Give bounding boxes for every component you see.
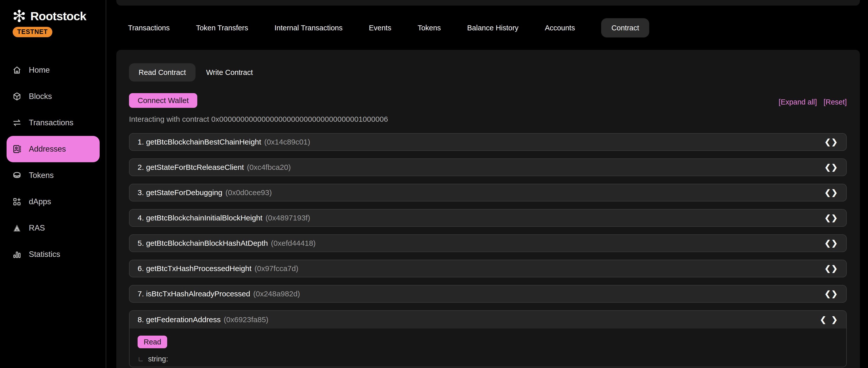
function-name: 5. getBtcBlockchainBlockHashAtDepth [137, 239, 268, 248]
sidebar-item-label: Transactions [29, 118, 73, 127]
sidebar-item-tokens[interactable]: Tokens [0, 162, 106, 189]
tab-accounts[interactable]: Accounts [545, 24, 575, 32]
sidebar-item-statistics[interactable]: Statistics [0, 241, 106, 267]
content-area: TransactionsToken TransfersInternal Tran… [107, 0, 868, 368]
function-selector: (0x4897193f) [266, 214, 310, 222]
sidebar-item-ras[interactable]: RAS [0, 215, 106, 241]
contract-view-tabs: Read ContractWrite Contract [129, 63, 847, 82]
sidebar-item-label: Addresses [29, 144, 66, 153]
function-selector: (0x14c89c01) [264, 138, 310, 146]
function-row-header[interactable]: 3. getStateForDebugging(0x0d0cee93)❮❯ [129, 184, 847, 201]
sidebar-item-label: Blocks [29, 92, 52, 101]
function-row-expanded: 8. getFederationAddress(0x6923fa85)❮❯Rea… [129, 310, 847, 367]
ras-icon [12, 223, 22, 233]
tab-tokens[interactable]: Tokens [417, 24, 441, 32]
code-brackets-icon[interactable]: ❮❯ [820, 316, 838, 323]
code-brackets-icon[interactable]: ❮❯ [825, 290, 838, 298]
output-line: ∟string: [137, 355, 838, 363]
transactions-icon [12, 118, 22, 128]
tab-read-contract[interactable]: Read Contract [129, 63, 195, 82]
tab-events[interactable]: Events [369, 24, 391, 32]
sidebar-item-label: dApps [29, 197, 51, 206]
code-brackets-icon[interactable]: ❮❯ [825, 239, 838, 247]
brand-block[interactable]: Rootstock TESTNET [0, 0, 106, 37]
sidebar-item-dapps[interactable]: dApps [0, 189, 106, 215]
rootstock-logo-icon [12, 9, 26, 23]
contract-panel: Read ContractWrite Contract Connect Wall… [116, 50, 860, 368]
function-row-header[interactable]: 7. isBtcTxHashAlreadyProcessed(0x248a982… [129, 285, 847, 303]
output-type-label: string: [148, 355, 168, 363]
testnet-badge: TESTNET [13, 27, 52, 37]
sidebar-item-home[interactable]: Home [0, 57, 106, 83]
code-brackets-icon[interactable]: ❮❯ [825, 164, 838, 171]
code-brackets-icon[interactable]: ❮❯ [825, 214, 838, 222]
tab-internal-transactions[interactable]: Internal Transactions [274, 24, 342, 32]
brand-name: Rootstock [30, 9, 86, 23]
tab-write-contract[interactable]: Write Contract [206, 68, 253, 77]
sidebar-item-label: Statistics [29, 250, 60, 259]
reset-link[interactable]: [Reset] [824, 98, 847, 106]
function-name: 4. getBtcBlockchainInitialBlockHeight [137, 214, 262, 222]
sidebar-item-blocks[interactable]: Blocks [0, 83, 106, 110]
panel-links: [Expand all] [Reset] [779, 98, 847, 108]
function-list: 1. getBtcBlockchainBestChainHeight(0x14c… [129, 133, 847, 367]
function-row-header[interactable]: 6. getBtcTxHashProcessedHeight(0x97fcca7… [129, 260, 847, 277]
interacting-with-contract-text: Interacting with contract 0x000000000000… [129, 115, 847, 123]
tab-balance-history[interactable]: Balance History [467, 24, 519, 32]
function-name: 3. getStateForDebugging [137, 188, 222, 197]
code-brackets-icon[interactable]: ❮❯ [825, 265, 838, 272]
tab-token-transfers[interactable]: Token Transfers [196, 24, 248, 32]
blocks-icon [12, 92, 22, 101]
expand-all-link[interactable]: [Expand all] [779, 98, 817, 106]
header-remnant [116, 0, 860, 6]
sidebar-item-addresses[interactable]: Addresses [7, 136, 100, 162]
function-body: Read∟string: [129, 329, 846, 367]
sidebar-menu: HomeBlocksTransactionsAddressesTokensdAp… [0, 57, 106, 267]
function-row-header[interactable]: 8. getFederationAddress(0x6923fa85)❮❯ [129, 311, 846, 329]
code-brackets-icon[interactable]: ❮❯ [825, 189, 838, 196]
actions-row: Connect Wallet [Expand all] [Reset] [129, 93, 847, 108]
tab-contract[interactable]: Contract [601, 18, 649, 37]
tab-transactions[interactable]: Transactions [128, 24, 170, 32]
address-tab-bar: TransactionsToken TransfersInternal Tran… [128, 18, 649, 37]
addresses-icon [12, 144, 22, 154]
sidebar-item-label: Home [29, 65, 50, 75]
function-row-header[interactable]: 5. getBtcBlockchainBlockHashAtDepth(0xef… [129, 234, 847, 252]
function-selector: (0xefd44418) [271, 239, 316, 248]
code-brackets-icon[interactable]: ❮❯ [825, 138, 838, 146]
sidebar: Rootstock TESTNET HomeBlocksTransactions… [0, 0, 106, 368]
tokens-icon [12, 171, 22, 180]
sidebar-item-label: RAS [29, 224, 45, 233]
sidebar-item-transactions[interactable]: Transactions [0, 110, 106, 136]
statistics-icon [12, 250, 22, 259]
connect-wallet-button[interactable]: Connect Wallet [129, 93, 197, 108]
function-name: 6. getBtcTxHashProcessedHeight [137, 264, 251, 273]
output-corner-glyph: ∟ [137, 355, 144, 363]
dapps-icon [12, 197, 22, 206]
function-name: 1. getBtcBlockchainBestChainHeight [137, 138, 261, 146]
function-name: 2. getStateForBtcReleaseClient [137, 163, 244, 172]
home-icon [12, 65, 22, 75]
function-selector: (0x6923fa85) [224, 315, 269, 324]
function-selector: (0xc4fbca20) [247, 163, 290, 172]
function-selector: (0x0d0cee93) [225, 188, 272, 197]
function-name: 7. isBtcTxHashAlreadyProcessed [137, 289, 250, 298]
app-root: Rootstock TESTNET HomeBlocksTransactions… [0, 0, 868, 368]
function-name: 8. getFederationAddress [137, 315, 221, 324]
function-selector: (0x248a982d) [253, 289, 300, 298]
function-row-header[interactable]: 1. getBtcBlockchainBestChainHeight(0x14c… [129, 133, 847, 151]
function-row-header[interactable]: 2. getStateForBtcReleaseClient(0xc4fbca2… [129, 159, 847, 176]
sidebar-item-label: Tokens [29, 171, 54, 180]
read-button[interactable]: Read [137, 336, 167, 348]
function-selector: (0x97fcca7d) [254, 264, 298, 273]
function-row-header[interactable]: 4. getBtcBlockchainInitialBlockHeight(0x… [129, 209, 847, 227]
